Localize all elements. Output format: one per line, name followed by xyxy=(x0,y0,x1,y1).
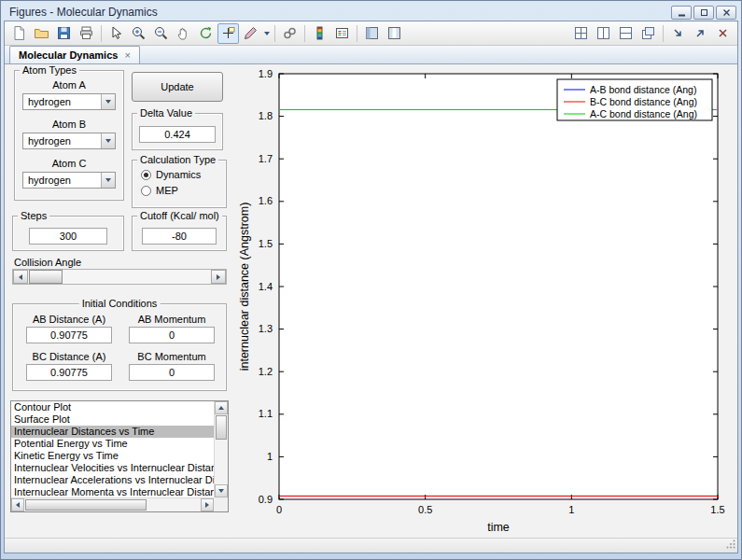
delta-value-input[interactable] xyxy=(139,126,216,143)
save-figure-icon[interactable] xyxy=(53,23,75,44)
list-item[interactable]: Internuclear Accelerations vs Internucle… xyxy=(11,474,214,486)
scroll-left-icon[interactable] xyxy=(11,498,24,511)
brush-data-icon[interactable] xyxy=(240,23,261,44)
toolbar-separator xyxy=(274,25,275,42)
atom-b-select[interactable]: hydrogen xyxy=(22,133,116,149)
tile-grid-icon[interactable] xyxy=(570,23,592,44)
maximize-button[interactable] xyxy=(693,6,714,20)
rotate-3d-icon[interactable] xyxy=(195,23,217,44)
figures-window: Figures - Molecular Dynamics xyxy=(0,0,742,560)
tab-close-icon[interactable]: × xyxy=(124,49,130,61)
svg-text:A-B bond distance (Ang): A-B bond distance (Ang) xyxy=(590,84,696,95)
tile-columns-icon[interactable] xyxy=(593,23,614,44)
cutoff-input[interactable] xyxy=(142,228,217,245)
bc-momentum-label: BC Momentum xyxy=(125,351,218,362)
chevron-down-icon[interactable] xyxy=(101,173,115,188)
pan-hand-icon[interactable] xyxy=(173,23,194,44)
hide-plot-tools-icon[interactable] xyxy=(361,23,383,44)
dock-arrow-icon[interactable] xyxy=(667,23,689,44)
app-frame: Molecular Dynamics × Atom Types Atom A h… xyxy=(4,21,738,553)
slider-right-arrow[interactable] xyxy=(211,270,226,284)
ab-momentum-input[interactable] xyxy=(129,327,215,343)
slider-left-arrow[interactable] xyxy=(13,270,28,284)
scroll-down-icon[interactable] xyxy=(215,484,228,497)
resize-grip[interactable] xyxy=(725,539,736,552)
close-figures-icon[interactable] xyxy=(712,23,734,44)
slider-thumb[interactable] xyxy=(29,270,63,284)
print-figure-icon[interactable] xyxy=(76,23,97,44)
minimize-button[interactable] xyxy=(671,6,692,20)
atom-a-select[interactable]: hydrogen xyxy=(22,93,116,110)
undock-arrow-icon[interactable] xyxy=(690,23,711,44)
tab-molecular-dynamics[interactable]: Molecular Dynamics × xyxy=(9,46,140,63)
radio-dynamics-label: Dynamics xyxy=(156,169,201,180)
ab-distance-label: AB Distance (A) xyxy=(22,314,116,325)
ab-distance-input[interactable] xyxy=(26,327,112,343)
steps-input[interactable] xyxy=(29,228,107,245)
list-item[interactable]: Contour Plot xyxy=(11,401,214,413)
open-file-icon[interactable] xyxy=(31,23,52,44)
atom-b-label: Atom B xyxy=(15,119,123,130)
svg-text:1.5: 1.5 xyxy=(259,238,273,249)
collision-angle-slider[interactable] xyxy=(12,269,227,285)
chevron-down-icon[interactable] xyxy=(101,94,115,109)
horizontal-scroll-thumb[interactable] xyxy=(25,499,147,511)
vertical-scrollbar[interactable] xyxy=(214,401,228,497)
zoom-out-icon[interactable] xyxy=(150,23,172,44)
radio-dynamics[interactable]: Dynamics xyxy=(141,169,226,180)
tile-rows-icon[interactable] xyxy=(615,23,637,44)
titlebar[interactable]: Figures - Molecular Dynamics xyxy=(4,4,738,21)
list-item[interactable]: Kinetic Energy vs Time xyxy=(11,450,214,462)
bc-momentum-input[interactable] xyxy=(129,364,215,381)
close-button[interactable] xyxy=(716,6,736,20)
svg-text:1: 1 xyxy=(568,504,574,515)
radio-mep[interactable]: MEP xyxy=(141,185,226,196)
figure-toolbar xyxy=(5,21,737,46)
list-item[interactable]: Surface Plot xyxy=(11,413,214,426)
data-cursor-icon[interactable] xyxy=(217,23,239,44)
edit-plot-icon[interactable] xyxy=(105,23,127,44)
initial-conditions-group: Initial Conditions AB Distance (A) AB Mo… xyxy=(12,303,227,391)
controls-panel: Atom Types Atom A hydrogen Atom B hydrog… xyxy=(5,64,236,538)
list-item[interactable]: Internuclear Momenta vs Internuclear Dis… xyxy=(11,486,214,497)
radio-dynamics-circle[interactable] xyxy=(141,170,151,180)
chevron-down-icon xyxy=(264,32,270,35)
link-plot-icon[interactable] xyxy=(279,23,301,44)
scroll-up-icon[interactable] xyxy=(215,401,228,414)
zoom-in-icon[interactable] xyxy=(128,23,149,44)
list-item[interactable]: Internuclear Velocities vs Internuclear … xyxy=(11,462,214,474)
new-figure-icon[interactable] xyxy=(8,23,30,44)
delta-value-group: Delta Value xyxy=(132,113,223,150)
bc-distance-input[interactable] xyxy=(26,364,112,381)
ab-momentum-label: AB Momentum xyxy=(125,314,218,325)
toolbar-separator xyxy=(663,25,664,42)
minimize-icon xyxy=(678,8,686,17)
insert-legend-icon[interactable] xyxy=(331,23,353,44)
insert-colorbar-icon[interactable] xyxy=(309,23,330,44)
scroll-right-icon[interactable] xyxy=(201,498,214,511)
brush-dropdown-icon[interactable] xyxy=(262,23,271,44)
statusbar xyxy=(5,538,737,553)
show-plot-tools-dock-icon[interactable] xyxy=(384,23,405,44)
window-title: Figures - Molecular Dynamics xyxy=(9,6,669,19)
svg-text:0.5: 0.5 xyxy=(418,504,432,515)
chevron-down-icon[interactable] xyxy=(101,133,115,148)
list-item[interactable]: Internuclear Distances vs Time xyxy=(11,426,214,438)
atom-c-select[interactable]: hydrogen xyxy=(22,172,116,189)
svg-text:1.7: 1.7 xyxy=(259,153,273,164)
initial-conditions-title: Initial Conditions xyxy=(79,298,161,309)
svg-text:1.2: 1.2 xyxy=(259,366,273,377)
scrollbar-corner xyxy=(214,497,228,511)
float-windows-icon[interactable] xyxy=(637,23,659,44)
update-button[interactable]: Update xyxy=(132,72,223,102)
plot-type-list-items: Contour PlotSurface PlotInternuclear Dis… xyxy=(11,401,214,497)
plot-type-listbox[interactable]: Contour PlotSurface PlotInternuclear Dis… xyxy=(10,400,229,512)
list-item[interactable]: Potential Energy vs Time xyxy=(11,438,214,450)
resize-grip-icon xyxy=(725,539,736,550)
horizontal-scrollbar[interactable] xyxy=(11,497,214,511)
radio-mep-circle[interactable] xyxy=(141,186,151,196)
internuclear-distance-plot[interactable]: 00.511.50.911.11.21.31.41.51.61.71.81.9t… xyxy=(236,64,739,539)
steps-group: Steps xyxy=(12,216,124,251)
vertical-scroll-thumb[interactable] xyxy=(216,415,227,440)
calculation-type-title: Calculation Type xyxy=(137,154,218,165)
